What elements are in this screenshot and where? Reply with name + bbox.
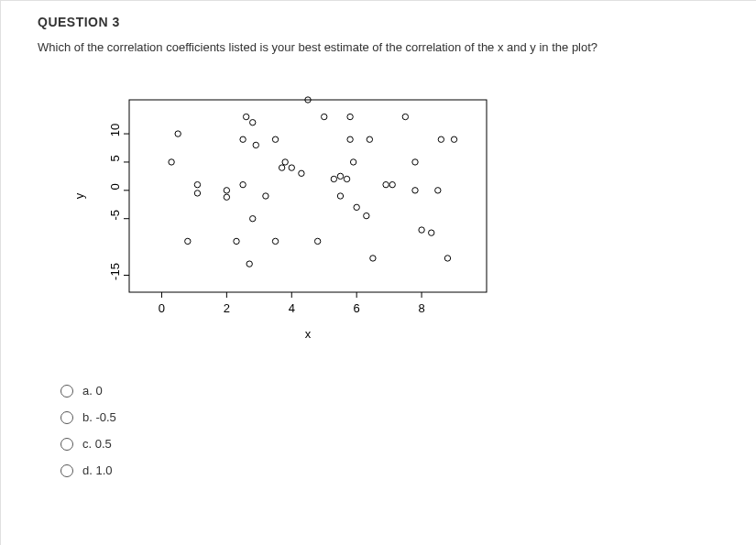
svg-point-59 (383, 181, 389, 187)
svg-point-54 (350, 159, 356, 165)
svg-point-32 (240, 136, 246, 142)
option-c-radio[interactable] (60, 438, 73, 451)
svg-point-53 (347, 136, 353, 142)
svg-point-25 (194, 181, 200, 187)
option-b-radio[interactable] (60, 411, 73, 424)
svg-text:5: 5 (108, 155, 122, 161)
svg-point-62 (412, 159, 418, 165)
svg-point-68 (444, 256, 450, 261)
svg-point-48 (331, 176, 336, 181)
svg-point-46 (314, 238, 320, 244)
svg-text:-15: -15 (108, 263, 122, 280)
option-d-radio[interactable] (60, 464, 73, 477)
svg-point-50 (337, 193, 343, 199)
svg-point-34 (253, 142, 258, 147)
svg-point-31 (250, 120, 256, 125)
svg-point-43 (289, 165, 294, 170)
svg-text:x: x (305, 327, 312, 341)
scatter-svg: 02468-15-50510xy (56, 91, 496, 356)
svg-point-40 (282, 159, 288, 165)
svg-text:6: 6 (354, 301, 360, 315)
svg-point-27 (185, 238, 191, 244)
svg-point-61 (402, 114, 408, 119)
svg-rect-0 (129, 100, 487, 292)
svg-point-55 (354, 204, 359, 210)
svg-text:0: 0 (108, 183, 122, 190)
options-group: a. 0 b. -0.5 c. 0.5 d. 1.0 (60, 384, 729, 477)
svg-point-69 (451, 136, 456, 142)
svg-point-26 (194, 191, 200, 196)
svg-point-58 (370, 256, 376, 261)
svg-point-66 (435, 188, 441, 193)
svg-point-33 (240, 181, 246, 187)
svg-point-47 (322, 114, 327, 119)
svg-point-29 (224, 194, 229, 200)
option-d-label[interactable]: d. 1.0 (82, 463, 113, 477)
option-a-radio[interactable] (60, 385, 73, 398)
question-title: QUESTION 3 (38, 15, 729, 29)
option-c: c. 0.5 (60, 437, 729, 451)
svg-text:-5: -5 (108, 210, 122, 221)
svg-point-41 (279, 165, 284, 170)
svg-point-67 (438, 136, 444, 142)
svg-text:8: 8 (418, 301, 424, 315)
svg-point-60 (389, 181, 395, 187)
svg-point-38 (263, 193, 268, 199)
svg-point-65 (429, 230, 434, 235)
option-a: a. 0 (60, 384, 729, 398)
option-c-label[interactable]: c. 0.5 (82, 437, 112, 451)
svg-point-30 (243, 114, 248, 119)
question-container: QUESTION 3 Which of the correlation coef… (0, 0, 756, 545)
option-a-label[interactable]: a. 0 (82, 384, 103, 398)
svg-point-37 (247, 261, 252, 267)
svg-point-57 (367, 136, 372, 142)
svg-point-51 (344, 176, 349, 181)
svg-point-42 (272, 238, 278, 244)
scatter-chart: 02468-15-50510xy (56, 91, 729, 356)
svg-point-52 (347, 114, 353, 119)
svg-point-56 (364, 213, 369, 218)
svg-point-39 (272, 136, 278, 142)
svg-text:2: 2 (224, 301, 230, 315)
svg-point-44 (299, 170, 304, 176)
svg-point-49 (337, 173, 343, 179)
svg-point-24 (169, 159, 174, 165)
option-d: d. 1.0 (60, 463, 729, 477)
svg-point-28 (224, 188, 229, 193)
svg-point-36 (234, 238, 239, 244)
svg-point-35 (250, 216, 256, 222)
option-b: b. -0.5 (60, 410, 729, 424)
svg-text:4: 4 (289, 301, 295, 315)
question-text: Which of the correlation coefficients li… (38, 40, 729, 54)
svg-point-23 (175, 131, 181, 136)
option-b-label[interactable]: b. -0.5 (82, 410, 116, 424)
svg-text:y: y (72, 192, 86, 199)
svg-point-64 (419, 227, 424, 233)
svg-text:10: 10 (108, 124, 122, 136)
svg-point-63 (412, 188, 418, 193)
svg-text:0: 0 (159, 301, 165, 315)
